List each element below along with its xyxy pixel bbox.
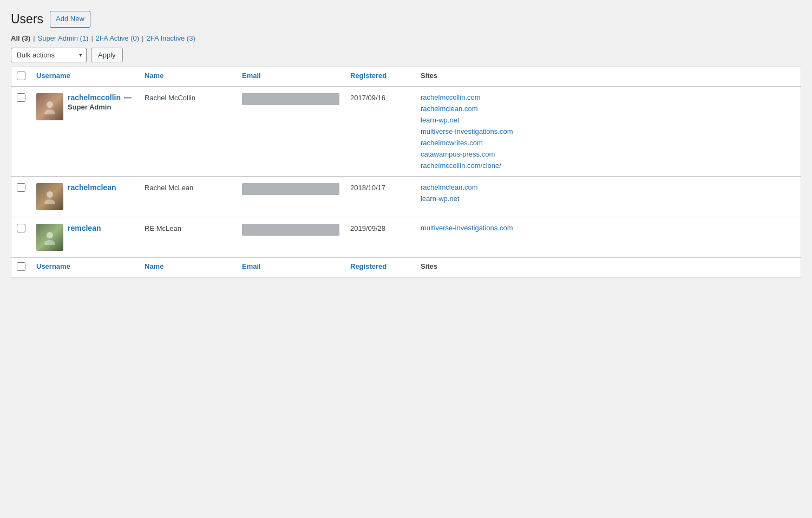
col-header-cb: [11, 67, 31, 86]
row-cb-rachelmclean: [11, 176, 31, 217]
username-dash-rachelmccollin: —: [122, 93, 132, 102]
add-new-button[interactable]: Add New: [50, 11, 90, 28]
select-all-checkbox[interactable]: [17, 72, 25, 80]
row-username-cell-rachelmclean: rachelmclean: [31, 176, 139, 217]
svg-point-4: [47, 232, 53, 238]
registered-text-rachelmccollin: 2017/09/16: [350, 94, 385, 102]
row-name-rachelmclean: Rachel McLean: [139, 176, 237, 217]
username-link-rachelmccollin[interactable]: rachelmccollin —: [68, 93, 132, 102]
site-link[interactable]: learn-wp.net: [421, 195, 795, 203]
col-header-email-label: Email: [242, 72, 261, 80]
site-link[interactable]: catawampus-press.com: [421, 150, 795, 158]
col-header-name-label: Name: [145, 72, 163, 80]
row-sites-rachelmclean: rachelmclean.comlearn-wp.net: [415, 176, 801, 217]
row-checkbox-rachelmccollin[interactable]: [17, 93, 25, 102]
email-redacted-rachelmccollin: [242, 93, 339, 105]
col-header-sites: Sites: [415, 67, 801, 86]
row-registered-rachelmclean: 2018/10/17: [345, 176, 415, 217]
filter-sep-3: |: [142, 34, 143, 42]
site-link[interactable]: learn-wp.net: [421, 116, 795, 124]
filter-link-all[interactable]: All (3): [11, 34, 30, 42]
email-redacted-rachelmclean: [242, 183, 339, 195]
row-username-cell-rachelmccollin: rachelmccollin —Super Admin: [31, 86, 139, 176]
email-redacted-remclean: [242, 224, 339, 236]
bulk-actions-bar: Bulk actions Delete ▾ Apply: [11, 48, 801, 62]
row-email-rachelmclean: [237, 176, 345, 217]
page-title: Users: [11, 12, 43, 27]
col-header-registered-label: Registered: [350, 72, 387, 80]
site-link[interactable]: rachelmclean.com: [421, 105, 795, 113]
table-row: rachelmcleanRachel McLean2018/10/17rache…: [11, 176, 801, 217]
svg-point-3: [44, 199, 55, 204]
row-name-remclean: RE McLean: [139, 217, 237, 257]
footer-col-username-label: Username: [36, 262, 70, 270]
col-header-username[interactable]: Username: [31, 67, 139, 86]
site-link[interactable]: multiverse-investigations.com: [421, 127, 795, 135]
row-cb-remclean: [11, 217, 31, 257]
row-registered-rachelmccollin: 2017/09/16: [345, 86, 415, 176]
svg-point-5: [44, 240, 55, 245]
footer-col-name[interactable]: Name: [139, 257, 237, 277]
col-header-email[interactable]: Email: [237, 67, 345, 86]
footer-col-name-label: Name: [145, 262, 163, 270]
svg-point-0: [47, 101, 53, 108]
filter-link-2fa-active[interactable]: 2FA Active (0): [96, 34, 139, 42]
filter-link-2fa-inactive[interactable]: 2FA Inactive (3): [146, 34, 195, 42]
row-name-rachelmccollin: Rachel McCollin: [139, 86, 237, 176]
username-link-rachelmclean[interactable]: rachelmclean: [68, 183, 116, 192]
row-username-cell-remclean: remclean: [31, 217, 139, 257]
name-text-rachelmccollin: Rachel McCollin: [145, 94, 195, 102]
filter-link-super-admin[interactable]: Super Admin (1): [38, 34, 89, 42]
table-header-row: Username Name Email Registered Sites: [11, 67, 801, 86]
name-text-rachelmclean: Rachel McLean: [145, 184, 193, 192]
site-link[interactable]: rachelmclean.com: [421, 183, 795, 191]
table-row: remcleanRE McLean2019/09/28multiverse-in…: [11, 217, 801, 257]
row-email-remclean: [237, 217, 345, 257]
footer-col-sites-label: Sites: [421, 262, 437, 270]
apply-button[interactable]: Apply: [91, 48, 123, 62]
svg-point-2: [47, 191, 53, 198]
footer-col-email-label: Email: [242, 262, 261, 270]
site-link[interactable]: rachelmccollin.com/clone/: [421, 161, 795, 170]
username-link-remclean[interactable]: remclean: [68, 224, 101, 232]
avatar-rachelmclean: [36, 183, 63, 210]
filter-links: All (3) | Super Admin (1) | 2FA Active (…: [11, 34, 801, 42]
footer-col-cb: [11, 257, 31, 277]
select-all-footer-checkbox[interactable]: [17, 262, 25, 271]
filter-sep-2: |: [91, 34, 93, 42]
col-header-sites-label: Sites: [421, 72, 437, 80]
name-text-remclean: RE McLean: [145, 224, 181, 232]
row-email-rachelmccollin: [237, 86, 345, 176]
users-table: Username Name Email Registered Sites r: [11, 67, 801, 277]
registered-text-remclean: 2019/09/28: [350, 224, 385, 232]
row-checkbox-rachelmclean[interactable]: [17, 183, 25, 192]
avatar-rachelmccollin: [36, 93, 63, 120]
table-footer-row: Username Name Email Registered Sites: [11, 257, 801, 277]
row-sites-rachelmccollin: rachelmccollin.comrachelmclean.comlearn-…: [415, 86, 801, 176]
site-link[interactable]: multiverse-investigations.com: [421, 224, 795, 232]
row-checkbox-remclean[interactable]: [17, 224, 25, 232]
row-sites-remclean: multiverse-investigations.com: [415, 217, 801, 257]
avatar-remclean: [36, 224, 63, 251]
footer-col-email[interactable]: Email: [237, 257, 345, 277]
user-role-rachelmccollin: Super Admin: [68, 103, 132, 111]
svg-point-1: [44, 109, 55, 114]
row-cb-rachelmccollin: [11, 86, 31, 176]
col-header-registered[interactable]: Registered: [345, 67, 415, 86]
table-row: rachelmccollin —Super AdminRachel McColl…: [11, 86, 801, 176]
footer-col-sites: Sites: [415, 257, 801, 277]
site-link[interactable]: rachelmcwrites.com: [421, 139, 795, 147]
registered-text-rachelmclean: 2018/10/17: [350, 184, 385, 192]
footer-col-username[interactable]: Username: [31, 257, 139, 277]
bulk-actions-select[interactable]: Bulk actions Delete: [11, 48, 87, 62]
footer-col-registered[interactable]: Registered: [345, 257, 415, 277]
filter-sep-1: |: [33, 34, 35, 42]
footer-col-registered-label: Registered: [350, 262, 387, 270]
site-link[interactable]: rachelmccollin.com: [421, 93, 795, 101]
col-header-name[interactable]: Name: [139, 67, 237, 86]
col-header-username-label: Username: [36, 72, 70, 80]
bulk-select-wrap: Bulk actions Delete ▾: [11, 48, 87, 62]
row-registered-remclean: 2019/09/28: [345, 217, 415, 257]
